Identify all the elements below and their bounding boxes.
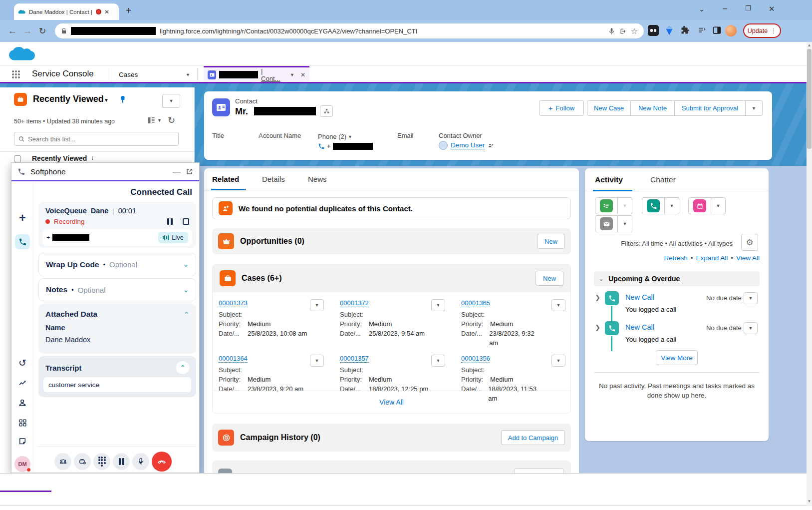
cases-view-all-link[interactable]: View All	[213, 398, 570, 406]
expand-item-icon[interactable]: ❯	[595, 324, 600, 331]
activity-item-dropdown[interactable]: ▼	[744, 292, 758, 304]
case-row-dropdown[interactable]: ▼	[310, 355, 324, 367]
workspace-tab-cases[interactable]: Cases	[119, 71, 138, 78]
extension-2-icon[interactable]	[664, 25, 675, 36]
device-icon[interactable]	[74, 453, 91, 470]
window-close-icon[interactable]: ✕	[769, 4, 775, 13]
email-button[interactable]	[595, 215, 618, 232]
forward-icon[interactable]: →	[20, 25, 35, 36]
activity-item-dropdown[interactable]: ▼	[744, 322, 758, 334]
agent-avatar[interactable]: DM	[14, 456, 30, 472]
add-to-campaign-button[interactable]: Add to Campaign	[501, 430, 565, 445]
analytics-icon[interactable]	[15, 375, 30, 390]
mute-mic-icon[interactable]	[132, 453, 149, 470]
new-case-button-section[interactable]: New	[536, 271, 563, 286]
app-launcher-icon[interactable]	[12, 70, 20, 79]
display-as-icon[interactable]	[147, 116, 156, 125]
popout-icon[interactable]	[186, 168, 193, 175]
tab-close-icon[interactable]: ✕	[104, 8, 109, 15]
transcript-input[interactable]: customer service	[43, 377, 191, 392]
active-call-rail-icon[interactable]	[15, 234, 30, 249]
minimize-icon[interactable]: —	[173, 167, 181, 176]
transfer-call-icon[interactable]	[54, 453, 71, 470]
case-number-link[interactable]: 00001372	[340, 299, 369, 307]
side-panel-icon[interactable]	[712, 25, 722, 35]
case-number-link[interactable]: 00001365	[461, 299, 490, 307]
case-row-dropdown[interactable]: ▼	[431, 355, 445, 367]
activity-item-title[interactable]: New Call	[625, 323, 654, 331]
case-row-dropdown[interactable]: ▼	[310, 299, 324, 311]
opportunities-section[interactable]: Opportunities (0) New	[212, 228, 571, 254]
case-row-dropdown[interactable]: ▼	[551, 299, 565, 311]
owner-link[interactable]: Demo User	[451, 141, 485, 149]
list-title-dropdown-icon[interactable]: ▼	[104, 97, 109, 103]
follow-button[interactable]: + Follow	[539, 100, 584, 116]
refresh-link[interactable]: Refresh	[664, 254, 687, 262]
tab-related[interactable]: Related	[212, 175, 239, 183]
workspace-tab-dropdown-icon[interactable]: ▼	[186, 72, 190, 77]
tab-news[interactable]: News	[308, 175, 327, 183]
case-row-dropdown[interactable]: ▼	[431, 299, 445, 311]
window-maximize-icon[interactable]: ❐	[745, 4, 751, 12]
active-console-tab[interactable]: | Cont... ▼ ✕	[204, 66, 309, 82]
submit-for-approval-button[interactable]: Submit for Approval	[675, 100, 746, 116]
upcoming-overdue-section[interactable]: ⌄ Upcoming & Overdue	[594, 271, 760, 286]
reload-icon[interactable]: ↻	[35, 25, 50, 36]
history-icon[interactable]: ↺	[15, 355, 30, 370]
case-number-link[interactable]: 00001357	[340, 355, 369, 363]
extensions-puzzle-icon[interactable]	[680, 25, 690, 35]
new-event-button[interactable]	[688, 197, 711, 214]
scroll-down-icon[interactable]: ▼	[807, 499, 812, 504]
browser-update-button[interactable]: Update ⋮	[743, 23, 781, 38]
select-all-checkbox[interactable]	[14, 155, 21, 162]
pin-icon[interactable]	[118, 94, 128, 105]
tab-details[interactable]: Details	[262, 175, 285, 183]
new-opportunity-button[interactable]: New	[537, 234, 565, 249]
notes-section[interactable]: Notes • Optional ⌄	[38, 278, 196, 301]
dialpad-icon[interactable]	[93, 453, 110, 470]
case-number-link[interactable]: 00001364	[219, 355, 248, 363]
email-dropdown[interactable]: ▼	[618, 215, 632, 232]
log-call-dropdown[interactable]: ▼	[665, 197, 679, 214]
new-task-dropdown[interactable]: ▼	[618, 197, 632, 214]
log-call-button[interactable]	[642, 197, 665, 214]
wrap-up-code-section[interactable]: Wrap Up Code • Optional ⌄	[38, 253, 196, 276]
new-task-button[interactable]	[595, 197, 618, 214]
share-icon[interactable]	[619, 27, 627, 35]
stop-recording-icon[interactable]	[183, 218, 189, 225]
phone-dropdown-icon[interactable]: ▼	[348, 134, 352, 139]
scroll-up-icon[interactable]: ▲	[807, 43, 812, 47]
browser-tab[interactable]: Dane Maddox | Contact | Sal ✕	[14, 3, 119, 20]
new-case-button[interactable]: New Case	[587, 100, 631, 116]
list-column-header[interactable]: Recently Viewed	[32, 154, 87, 162]
cases-header[interactable]: Cases (6+) New	[213, 264, 570, 292]
scrollbar-thumb[interactable]	[807, 49, 812, 149]
list-search-input[interactable]	[28, 135, 174, 143]
tab-close-icon[interactable]: ✕	[300, 71, 305, 78]
tab-dropdown-icon[interactable]: ▼	[290, 72, 294, 77]
agent-icon[interactable]	[15, 395, 30, 410]
campaign-history-section[interactable]: Campaign History (0) Add to Campaign	[212, 424, 571, 452]
chevron-up-icon[interactable]: ⌃	[184, 311, 189, 318]
back-icon[interactable]: ←	[5, 25, 20, 36]
expand-item-icon[interactable]: ❯	[595, 294, 600, 301]
expand-all-link[interactable]: Expand All	[696, 254, 728, 262]
case-number-link[interactable]: 00001373	[219, 299, 248, 307]
vertical-scrollbar[interactable]: ▲ ▼	[807, 42, 812, 506]
view-hierarchy-button[interactable]	[320, 105, 333, 117]
chevron-down-icon[interactable]: ⌄	[183, 286, 189, 294]
mic-icon[interactable]	[608, 27, 615, 35]
browser-menu-icon[interactable]: ⋮	[770, 27, 777, 34]
window-menu-icon[interactable]: ⌄	[699, 5, 705, 13]
new-tab-button[interactable]: +	[126, 5, 132, 16]
chevron-up-icon[interactable]: ⌃	[176, 361, 189, 374]
more-actions-dropdown[interactable]: ▼	[746, 100, 763, 116]
tab-activity[interactable]: Activity	[595, 175, 623, 184]
activity-settings-button[interactable]: ⚙	[741, 234, 758, 251]
browser-profile-avatar[interactable]	[725, 25, 737, 36]
hold-icon[interactable]	[113, 453, 130, 470]
change-owner-icon[interactable]	[488, 142, 494, 149]
display-as-dropdown-icon[interactable]: ▼	[157, 118, 162, 123]
reading-list-icon[interactable]	[697, 26, 707, 35]
list-actions-dropdown[interactable]: ▼	[162, 94, 180, 108]
